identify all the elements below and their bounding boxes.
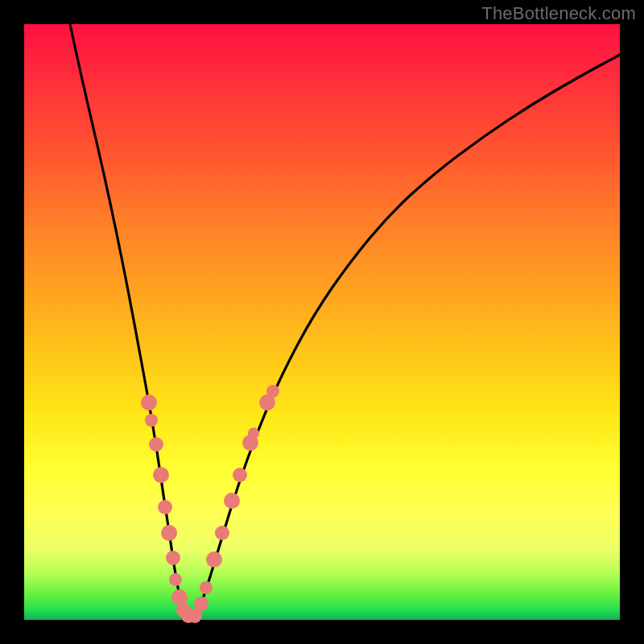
data-dot — [248, 427, 259, 439]
data-dot — [233, 468, 247, 482]
data-dot — [215, 526, 229, 540]
data-dot — [200, 581, 213, 594]
data-dot — [153, 467, 169, 483]
data-dot — [194, 597, 208, 611]
curve-right — [195, 55, 620, 617]
data-dot — [149, 437, 163, 452]
data-dot — [161, 525, 177, 541]
data-dot — [166, 551, 180, 565]
data-dot — [141, 394, 157, 411]
bottleneck-chart — [24, 24, 620, 620]
dot-group — [141, 385, 279, 623]
data-dot — [206, 551, 222, 568]
data-dot — [266, 385, 279, 398]
watermark-text: TheBottleneck.com — [481, 3, 636, 24]
data-dot — [171, 589, 188, 605]
data-dot — [224, 493, 240, 509]
data-dot — [145, 414, 158, 427]
data-dot — [169, 573, 182, 586]
data-dot — [158, 500, 172, 514]
